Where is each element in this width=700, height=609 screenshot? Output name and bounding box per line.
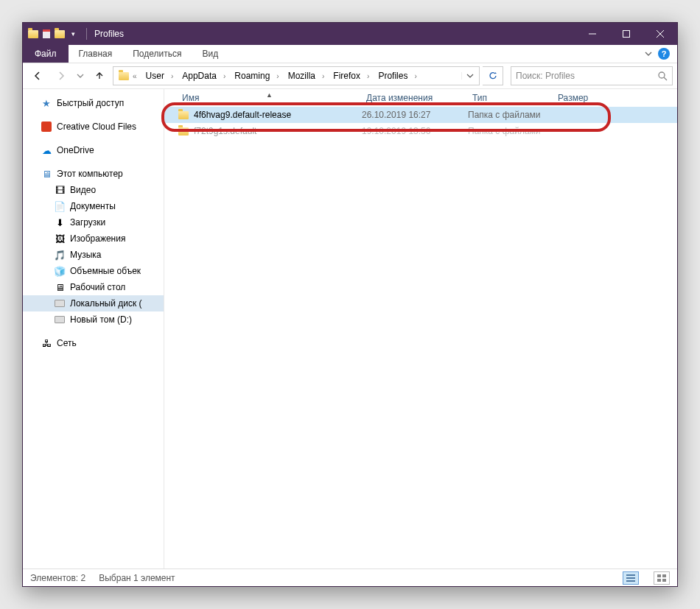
column-header-date[interactable]: Дата изменения bbox=[362, 93, 468, 103]
file-date: 26.10.2019 16:27 bbox=[362, 110, 468, 120]
breadcrumb-seg-firefox[interactable]: Firefox bbox=[327, 67, 364, 85]
chevron-right-icon[interactable]: › bbox=[364, 72, 372, 80]
ribbon-tab-share[interactable]: Поделиться bbox=[122, 45, 192, 63]
creative-cloud-icon bbox=[41, 121, 52, 133]
sidebar-local-disk[interactable]: Локальный диск ( bbox=[23, 295, 164, 311]
file-name: 4f6hvag9.default-release bbox=[194, 110, 291, 120]
sidebar-label: Загрузки bbox=[70, 217, 105, 228]
column-header-name[interactable]: Имя ▲ bbox=[178, 93, 362, 103]
onedrive-icon: ☁ bbox=[41, 144, 52, 156]
qat: ▾ bbox=[23, 28, 83, 40]
breadcrumb-seg-mozilla[interactable]: Mozilla bbox=[282, 67, 319, 85]
chevron-right-icon[interactable]: › bbox=[168, 72, 176, 80]
chevron-right-icon[interactable]: › bbox=[273, 72, 281, 80]
chevron-right-icon[interactable]: › bbox=[319, 72, 327, 80]
titlebar-divider bbox=[86, 28, 87, 40]
sidebar-label: Рабочий стол bbox=[70, 282, 125, 292]
sidebar-label: Изображения bbox=[70, 233, 125, 244]
ribbon-expand-icon[interactable] bbox=[645, 50, 652, 57]
sidebar-downloads[interactable]: ⬇ Загрузки bbox=[23, 214, 164, 230]
view-details-button[interactable] bbox=[623, 571, 639, 585]
sidebar-label: Объемные объек bbox=[70, 266, 141, 276]
view-large-icons-button[interactable] bbox=[654, 571, 670, 585]
documents-icon: 📄 bbox=[54, 200, 66, 212]
nav-row: « User› AppData› Roaming› Mozilla› Firef… bbox=[23, 63, 677, 88]
qat-dropdown-icon[interactable]: ▾ bbox=[67, 28, 79, 40]
nav-forward-button[interactable] bbox=[51, 66, 71, 86]
titlebar[interactable]: ▾ Profiles bbox=[23, 23, 677, 45]
sidebar-label: Быстрый доступ bbox=[57, 98, 124, 108]
ribbon-tab-view[interactable]: Вид bbox=[192, 45, 228, 63]
column-header-size[interactable]: Размер bbox=[553, 93, 612, 103]
sidebar-pictures[interactable]: 🖼 Изображения bbox=[23, 230, 164, 247]
close-button[interactable] bbox=[643, 23, 677, 45]
body: ★ Быстрый доступ Creative Cloud Files ☁ … bbox=[23, 88, 677, 568]
ribbon-tab-home[interactable]: Главная bbox=[69, 45, 123, 63]
search-placeholder: Поиск: Profiles bbox=[516, 71, 575, 81]
sidebar-3d-objects[interactable]: 🧊 Объемные объек bbox=[23, 263, 164, 279]
sidebar-quick-access[interactable]: ★ Быстрый доступ bbox=[23, 95, 164, 111]
column-label: Имя bbox=[182, 93, 199, 103]
sort-indicator-icon: ▲ bbox=[266, 91, 273, 99]
qat-newfolder-icon[interactable] bbox=[54, 28, 66, 40]
nav-up-button[interactable] bbox=[89, 66, 110, 86]
sidebar-label: Creative Cloud Files bbox=[57, 122, 136, 132]
sidebar-desktop[interactable]: 🖥 Рабочий стол bbox=[23, 279, 164, 295]
file-list: Имя ▲ Дата изменения Тип Размер 4f6hvag9… bbox=[164, 89, 677, 568]
refresh-button[interactable] bbox=[483, 66, 503, 85]
minimize-button[interactable] bbox=[575, 23, 609, 45]
breadcrumb-overflow-icon[interactable]: « bbox=[130, 72, 140, 80]
folder-icon bbox=[178, 109, 189, 121]
breadcrumb-history-dropdown[interactable] bbox=[461, 72, 477, 80]
sidebar-label: Видео bbox=[70, 185, 96, 195]
sidebar-music[interactable]: 🎵 Музыка bbox=[23, 247, 164, 263]
column-headers: Имя ▲ Дата изменения Тип Размер bbox=[164, 89, 677, 107]
breadcrumb-seg-profiles[interactable]: Profiles bbox=[372, 67, 411, 85]
sidebar-label: Музыка bbox=[70, 250, 101, 260]
svg-rect-6 bbox=[657, 579, 661, 582]
sidebar-network[interactable]: 🖧 Сеть bbox=[23, 335, 164, 351]
videos-icon: 🎞 bbox=[54, 184, 66, 196]
star-icon: ★ bbox=[41, 97, 52, 109]
file-row[interactable]: 4f6hvag9.default-release 26.10.2019 16:2… bbox=[164, 107, 677, 123]
sidebar-label: OneDrive bbox=[57, 145, 94, 155]
nav-recent-dropdown[interactable] bbox=[74, 66, 86, 86]
downloads-icon: ⬇ bbox=[54, 217, 66, 228]
sidebar-label: Документы bbox=[70, 201, 116, 211]
search-box[interactable]: Поиск: Profiles bbox=[511, 66, 673, 85]
search-icon bbox=[657, 71, 668, 81]
ribbon-file-tab[interactable]: Файл bbox=[23, 45, 69, 63]
breadcrumb-seg-appdata[interactable]: AppData bbox=[176, 67, 220, 85]
sidebar-label: Локальный диск ( bbox=[70, 298, 142, 309]
sidebar-label: Этот компьютер bbox=[57, 169, 123, 179]
help-icon[interactable]: ? bbox=[658, 48, 670, 60]
pc-icon: 🖥 bbox=[41, 168, 52, 180]
svg-rect-7 bbox=[662, 579, 666, 582]
chevron-right-icon[interactable]: › bbox=[411, 72, 419, 80]
sidebar-new-volume[interactable]: Новый том (D:) bbox=[23, 311, 164, 328]
svg-rect-2 bbox=[623, 31, 630, 38]
sidebar-documents[interactable]: 📄 Документы bbox=[23, 198, 164, 214]
svg-rect-5 bbox=[662, 574, 666, 577]
sidebar-videos[interactable]: 🎞 Видео bbox=[23, 182, 164, 198]
file-row[interactable]: f72t9g1s.default 19.10.2019 13:56 Папка … bbox=[164, 123, 677, 139]
sidebar-creative-cloud[interactable]: Creative Cloud Files bbox=[23, 119, 164, 135]
breadcrumb-seg-user[interactable]: User bbox=[140, 67, 168, 85]
chevron-right-icon[interactable]: › bbox=[220, 72, 228, 80]
qat-properties-icon[interactable] bbox=[41, 28, 52, 40]
column-header-type[interactable]: Тип bbox=[468, 93, 553, 103]
window-title: Profiles bbox=[90, 29, 124, 39]
maximize-button[interactable] bbox=[609, 23, 643, 45]
file-date: 19.10.2019 13:56 bbox=[362, 126, 468, 136]
breadcrumb-bar[interactable]: « User› AppData› Roaming› Mozilla› Firef… bbox=[113, 66, 480, 85]
file-type: Папка с файлами bbox=[468, 110, 553, 120]
breadcrumb-seg-roaming[interactable]: Roaming bbox=[228, 67, 273, 85]
ribbon: Файл Главная Поделиться Вид ? bbox=[23, 45, 677, 63]
breadcrumb-folder-icon bbox=[118, 70, 130, 82]
file-name: f72t9g1s.default bbox=[194, 126, 256, 136]
sidebar-this-pc[interactable]: 🖥 Этот компьютер bbox=[23, 166, 164, 182]
sidebar-label: Новый том (D:) bbox=[70, 314, 132, 325]
sidebar-onedrive[interactable]: ☁ OneDrive bbox=[23, 142, 164, 158]
status-item-count: Элементов: 2 bbox=[30, 573, 85, 583]
nav-back-button[interactable] bbox=[27, 66, 48, 86]
